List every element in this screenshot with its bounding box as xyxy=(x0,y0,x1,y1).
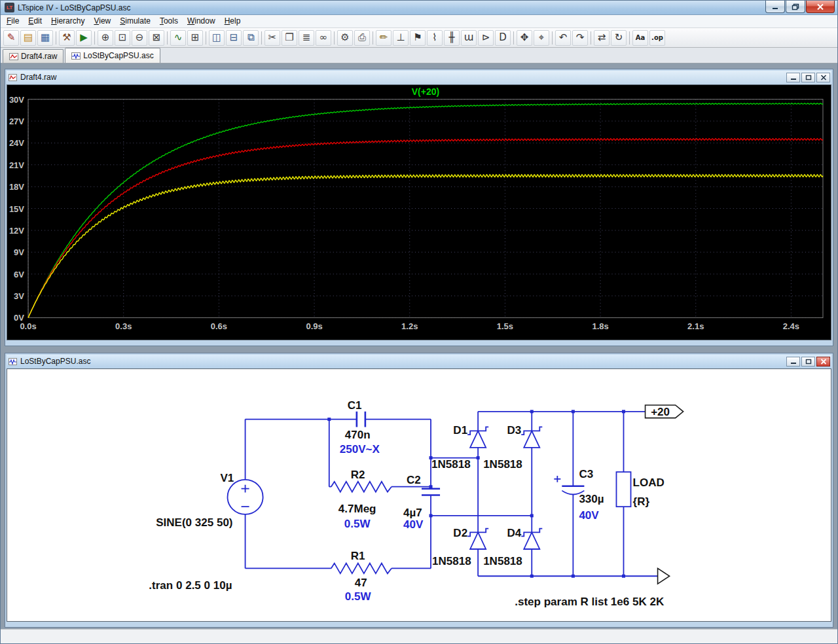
tile-vertical-icon[interactable]: ◫ xyxy=(209,30,225,46)
tab-lostbycappsu-asc[interactable]: LoStByCapPSU.asc xyxy=(65,48,160,63)
run-icon[interactable]: ▶ xyxy=(76,30,92,46)
close-icon xyxy=(820,75,827,80)
zoom-in-icon[interactable]: ⊕ xyxy=(98,30,113,46)
component-load-resistor[interactable] xyxy=(616,472,630,507)
schematic-tab-icon xyxy=(71,52,81,60)
component-d4-diode[interactable] xyxy=(521,529,542,549)
rotate-icon[interactable]: ↻ xyxy=(611,30,627,46)
statusbar xyxy=(1,629,837,643)
close-icon xyxy=(820,359,827,365)
titlebar[interactable]: LT LTspice IV - LoStByCapPSU.asc xyxy=(1,1,837,15)
load-value: {R} xyxy=(633,495,650,508)
c1-value: 470n xyxy=(345,429,371,441)
schematic-window-title: LoStByCapPSU.asc xyxy=(20,357,90,366)
schematic-titlebar[interactable]: LoStByCapPSU.asc xyxy=(7,355,831,368)
c1-name: C1 xyxy=(348,399,362,412)
component-icon[interactable]: D xyxy=(495,30,511,46)
tab-label: LoStByCapPSU.asc xyxy=(83,51,153,60)
resistor-icon[interactable]: ⌇ xyxy=(427,30,443,46)
find-icon[interactable]: ∞ xyxy=(316,30,331,46)
draw-wire-icon[interactable]: ✏ xyxy=(376,30,392,46)
new-schematic-icon[interactable]: ✎ xyxy=(3,30,19,46)
print-icon[interactable]: ⎙ xyxy=(354,30,370,46)
component-v1-voltage-source[interactable] xyxy=(228,480,263,514)
capacitor-icon[interactable]: ╫ xyxy=(444,30,460,46)
menu-simulate[interactable]: Simulate xyxy=(115,15,155,27)
move-icon[interactable]: ✥ xyxy=(517,30,532,46)
menu-tools[interactable]: Tools xyxy=(155,15,183,27)
minimize-button[interactable] xyxy=(765,1,785,13)
net-label-icon[interactable]: ⚑ xyxy=(410,30,426,46)
save-icon[interactable]: ▦ xyxy=(37,30,53,46)
undo-icon[interactable]: ↶ xyxy=(555,30,571,46)
diode-icon[interactable]: ⊳ xyxy=(478,30,494,46)
x-tick-label: 0.3s xyxy=(115,321,132,331)
component-c2-capacitor[interactable] xyxy=(422,489,440,495)
tab-draft4-raw[interactable]: Draft4.raw xyxy=(3,49,64,63)
spice-directive-icon[interactable]: .op xyxy=(649,30,665,46)
print-setup-icon[interactable]: ⚙ xyxy=(337,30,353,46)
restore-button[interactable] xyxy=(786,1,805,13)
waveform-plot-area[interactable]: 0.0s0.3s0.6s0.9s1.2s1.5s1.8s2.1s2.4s30V2… xyxy=(7,84,831,340)
y-tick-label: 3V xyxy=(14,291,24,301)
waveform-plot[interactable]: 0.0s0.3s0.6s0.9s1.2s1.5s1.8s2.1s2.4s30V2… xyxy=(7,85,831,340)
grid-icon[interactable]: ⊞ xyxy=(187,30,203,46)
menu-window[interactable]: Window xyxy=(183,15,220,27)
restore-icon xyxy=(805,75,812,80)
cut-icon[interactable]: ✂ xyxy=(264,30,280,46)
window-title: LTspice IV - LoStByCapPSU.asc xyxy=(18,3,131,12)
schematic-canvas[interactable]: V1 SINE(0 325 50) C1 470n 250V~X R2 4.7M… xyxy=(7,368,831,622)
y-tick-label: 21V xyxy=(9,160,25,170)
close-icon xyxy=(816,3,824,10)
component-d2-diode[interactable] xyxy=(467,529,488,549)
net-flag-arrow[interactable] xyxy=(658,568,670,584)
directive-step: .step param R list 1e6 5K 2K xyxy=(515,596,665,609)
waveform-minimize-button[interactable] xyxy=(786,73,800,82)
copy-icon[interactable]: ❐ xyxy=(282,30,297,46)
schematic-restore-button[interactable] xyxy=(801,357,815,367)
redo-icon[interactable]: ↷ xyxy=(572,30,588,46)
control-panel-icon[interactable]: ⚒ xyxy=(59,30,75,46)
component-r1-resistor[interactable] xyxy=(331,564,392,574)
drag-icon[interactable]: ⌖ xyxy=(534,30,549,46)
toolbar-separator xyxy=(94,31,95,45)
close-button[interactable] xyxy=(806,1,835,13)
menu-file[interactable]: File xyxy=(2,15,24,27)
menu-view[interactable]: View xyxy=(89,15,115,27)
text-icon[interactable]: Aa xyxy=(632,30,648,46)
menu-edit[interactable]: Edit xyxy=(24,15,46,27)
schematic-close-button[interactable] xyxy=(816,357,830,367)
component-c1-capacitor[interactable] xyxy=(357,412,365,427)
autorange-icon[interactable]: ∿ xyxy=(170,30,186,46)
mirror-icon[interactable]: ⇄ xyxy=(594,30,610,46)
waveform-restore-button[interactable] xyxy=(801,73,815,82)
waveform-titlebar[interactable]: Draft4.raw xyxy=(7,71,831,84)
zoom-out-icon[interactable]: ⊖ xyxy=(132,30,147,46)
schematic-minimize-button[interactable] xyxy=(786,357,800,367)
component-r2-resistor[interactable] xyxy=(331,482,392,492)
y-tick-label: 12V xyxy=(9,226,25,236)
component-d3-diode[interactable] xyxy=(521,427,542,447)
menu-help[interactable]: Help xyxy=(220,15,246,27)
toolbar-separator xyxy=(591,31,591,45)
paste-icon[interactable]: ≣ xyxy=(299,30,314,46)
zoom-back-icon[interactable]: ⊡ xyxy=(115,30,130,46)
toolbar-separator xyxy=(56,31,56,45)
y-tick-label: 27V xyxy=(9,116,25,126)
y-tick-label: 6V xyxy=(14,270,24,279)
zoom-full-icon[interactable]: ⊠ xyxy=(149,30,164,46)
x-tick-label: 1.8s xyxy=(592,321,608,331)
toolbar-separator xyxy=(552,31,553,45)
menu-hierarchy[interactable]: Hierarchy xyxy=(46,15,89,27)
plot-trace-title[interactable]: V(+20) xyxy=(412,86,439,97)
y-tick-label: 15V xyxy=(9,204,25,214)
ground-icon[interactable]: ⊥ xyxy=(393,30,409,46)
v1-name: V1 xyxy=(221,472,234,484)
component-d1-diode[interactable] xyxy=(467,427,488,447)
waveform-close-button[interactable] xyxy=(816,73,830,82)
open-icon[interactable]: ▤ xyxy=(20,30,36,46)
tile-horizontal-icon[interactable]: ⊟ xyxy=(226,30,242,46)
toolbar-separator xyxy=(629,31,630,45)
cascade-icon[interactable]: ⧉ xyxy=(243,30,259,46)
inductor-icon[interactable]: ɯ xyxy=(461,30,477,46)
